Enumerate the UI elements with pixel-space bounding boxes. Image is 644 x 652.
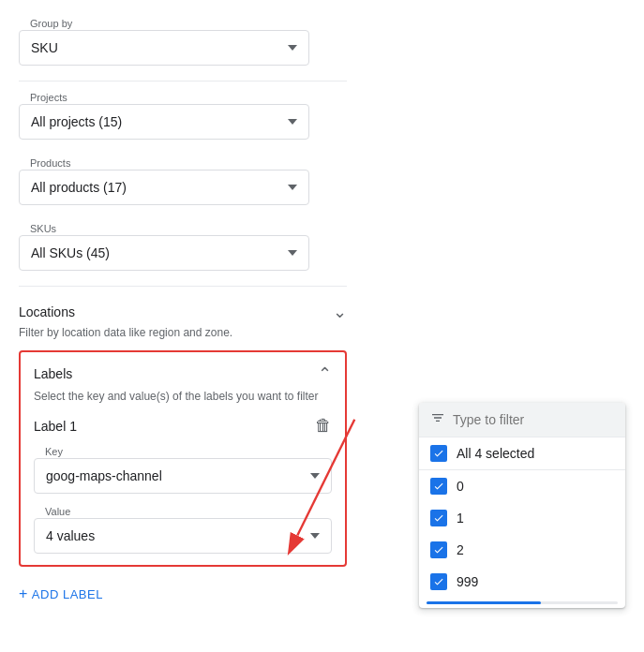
label-value-field: Value 4 values: [34, 503, 332, 554]
divider-1: [19, 81, 347, 82]
skus-label: SKUs: [26, 223, 60, 234]
label-1-title: Label 1: [34, 419, 77, 434]
dropdown-all-item[interactable]: All 4 selected: [419, 437, 625, 469]
products-select[interactable]: All products (17): [19, 170, 309, 205]
dropdown-all-label: All 4 selected: [457, 446, 534, 461]
group-by-select[interactable]: SKU: [19, 30, 309, 66]
products-field: Products All products (17): [19, 155, 309, 205]
projects-label: Projects: [26, 92, 71, 103]
add-label-button[interactable]: + ADD LABEL: [19, 582, 103, 606]
chevron-down-icon: [310, 473, 320, 479]
labels-title: Labels: [34, 366, 72, 381]
key-value: goog-maps-channel: [46, 468, 162, 483]
item-label-0: 0: [457, 479, 464, 494]
filter-input[interactable]: [453, 412, 617, 427]
scroll-bar: [427, 601, 618, 604]
chevron-down-icon: [310, 533, 320, 539]
value-select[interactable]: 4 values: [34, 518, 332, 554]
item-label-999: 999: [457, 574, 478, 589]
dropdown-item-0[interactable]: 0: [419, 470, 625, 502]
locations-section-header[interactable]: Locations ⌄: [19, 294, 347, 326]
dropdown-item-1[interactable]: 1: [419, 502, 625, 534]
dropdown-item-999[interactable]: 999: [419, 566, 625, 598]
group-by-value: SKU: [31, 40, 58, 55]
chevron-down-icon: [288, 250, 297, 256]
checkbox-1[interactable]: [430, 510, 447, 526]
group-by-field: Group by SKU: [19, 15, 309, 66]
delete-label-icon[interactable]: 🗑: [315, 416, 332, 436]
item-label-2: 2: [457, 542, 464, 557]
chevron-up-icon[interactable]: ⌃: [318, 363, 332, 384]
value-value: 4 values: [46, 528, 95, 543]
locations-description: Filter by location data like region and …: [19, 326, 625, 339]
label-1-header: Label 1 🗑: [34, 416, 332, 436]
plus-icon: +: [19, 585, 28, 602]
dropdown-item-2[interactable]: 2: [419, 534, 625, 566]
item-label-1: 1: [457, 511, 464, 526]
labels-description: Select the key and value(s) of the label…: [34, 390, 332, 403]
checkbox-0[interactable]: [430, 478, 447, 495]
labels-header: Labels ⌃: [34, 363, 332, 384]
skus-value: All SKUs (45): [31, 245, 110, 260]
group-by-label: Group by: [26, 18, 76, 29]
chevron-down-icon: [288, 119, 297, 125]
key-label: Key: [41, 446, 67, 457]
label-key-field: Key goog-maps-channel: [34, 443, 332, 494]
labels-section: Labels ⌃ Select the key and value(s) of …: [19, 350, 347, 567]
filter-icon: [430, 410, 445, 429]
checkbox-all[interactable]: [430, 445, 447, 462]
products-value: All products (17): [31, 180, 127, 195]
divider-2: [19, 286, 347, 287]
add-label-text: ADD LABEL: [32, 587, 103, 601]
filter-dropdown: All 4 selected 0 1 2: [419, 403, 625, 608]
value-label: Value: [41, 506, 74, 517]
projects-value: All projects (15): [31, 114, 122, 129]
filter-input-row: [419, 403, 625, 437]
products-label: Products: [26, 157, 74, 169]
scroll-thumb: [427, 601, 541, 604]
checkbox-999[interactable]: [430, 573, 447, 590]
key-select[interactable]: goog-maps-channel: [34, 458, 332, 494]
projects-field: Projects All projects (15): [19, 89, 309, 140]
chevron-down-icon: [288, 45, 297, 51]
skus-select[interactable]: All SKUs (45): [19, 235, 309, 271]
skus-field: SKUs All SKUs (45): [19, 220, 309, 271]
checkbox-2[interactable]: [430, 541, 447, 558]
chevron-down-icon: ⌄: [333, 302, 347, 322]
projects-select[interactable]: All projects (15): [19, 104, 309, 140]
chevron-down-icon: [288, 185, 297, 190]
locations-title: Locations: [19, 304, 75, 319]
